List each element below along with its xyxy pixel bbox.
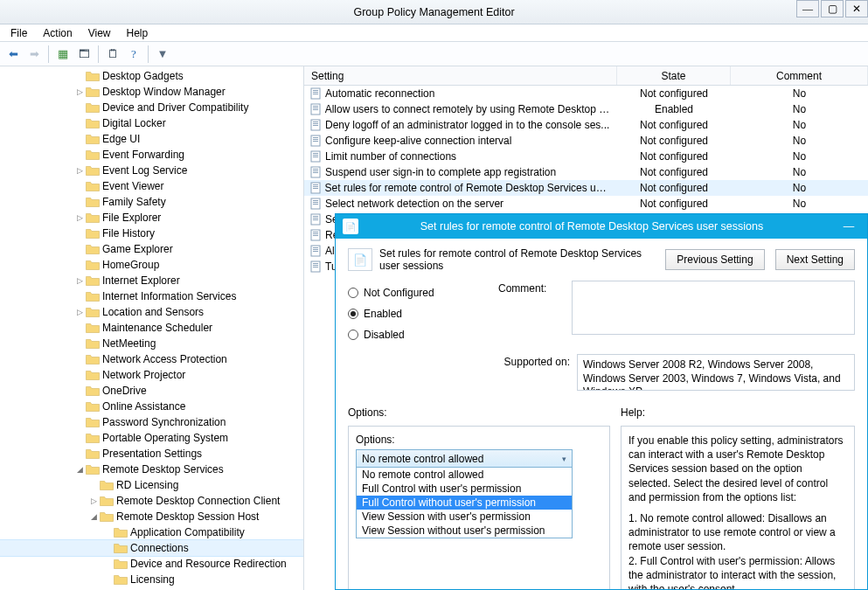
list-row[interactable]: Automatic reconnectionNot configuredNo	[304, 86, 868, 101]
tree-item-label: File Explorer	[102, 212, 161, 224]
tree-item[interactable]: Licensing	[0, 572, 303, 587]
tree-item[interactable]: ▷Location and Sensors	[0, 304, 303, 320]
tree-item[interactable]: Network Access Protection	[0, 351, 303, 367]
list-row[interactable]: Configure keep-alive connection interval…	[304, 133, 868, 149]
tree-item[interactable]: NetMeeting	[0, 336, 303, 351]
menu-view[interactable]: View	[81, 27, 118, 39]
tree-item[interactable]: Maintenance Scheduler	[0, 320, 303, 336]
col-setting[interactable]: Setting	[304, 66, 617, 85]
tree-item-label: Event Viewer	[102, 180, 163, 192]
setting-comment: No	[731, 166, 868, 178]
tree-item[interactable]: Portable Operating System	[0, 430, 303, 446]
tree-item[interactable]: Internet Information Services	[0, 288, 303, 304]
col-comment[interactable]: Comment	[731, 66, 868, 85]
folder-icon	[86, 370, 100, 381]
expand-icon[interactable]: ▷	[73, 276, 86, 285]
folder-icon	[86, 165, 100, 177]
list-row[interactable]: Set rules for remote control of Remote D…	[304, 180, 868, 196]
minimize-button[interactable]: —	[796, 0, 819, 17]
tree-item[interactable]: Presentation Settings	[0, 446, 303, 462]
help-icon[interactable]: ?	[124, 45, 143, 64]
folder-icon	[86, 385, 100, 397]
tree-item[interactable]: Edge UI	[0, 131, 303, 147]
folder-tree-icon[interactable]: ▦	[53, 45, 73, 64]
folder-icon	[86, 134, 100, 145]
tree-item[interactable]: ◢Remote Desktop Services	[0, 462, 303, 477]
setting-name: Configure keep-alive connection interval	[325, 135, 511, 147]
expand-icon[interactable]: ◢	[73, 465, 86, 474]
properties-icon[interactable]: 🗔	[74, 45, 94, 64]
tree-item[interactable]: ▷Event Log Service	[0, 163, 303, 178]
tree-item[interactable]: OneDrive	[0, 383, 303, 399]
tree-item[interactable]: Desktop Gadgets	[0, 68, 303, 84]
tree-item[interactable]: File History	[0, 226, 303, 241]
tree-item[interactable]: Game Explorer	[0, 241, 303, 257]
tree-item[interactable]: Device and Resource Redirection	[0, 556, 303, 572]
options-dropdown[interactable]: No remote control allowedFull Control wi…	[356, 468, 573, 538]
tree-item[interactable]: Online Assistance	[0, 399, 303, 414]
dropdown-option[interactable]: Full Control with user's permission	[357, 482, 572, 496]
tree-pane[interactable]: Desktop Gadgets▷Desktop Window ManagerDe…	[0, 66, 304, 590]
tree-item-label: NetMeeting	[102, 337, 156, 350]
tree-item[interactable]: ▷Internet Explorer	[0, 273, 303, 288]
expand-icon[interactable]: ▷	[73, 166, 86, 175]
expand-icon[interactable]: ▷	[73, 87, 86, 96]
tree-item[interactable]: RD Licensing	[0, 477, 303, 493]
folder-icon	[86, 102, 100, 114]
svg-rect-21	[313, 169, 318, 170]
col-state[interactable]: State	[617, 66, 731, 85]
comment-textbox[interactable]	[572, 281, 855, 335]
list-row[interactable]: Select network detection on the serverNo…	[304, 196, 868, 212]
previous-setting-button[interactable]: Previous Setting	[665, 249, 764, 270]
expand-icon[interactable]: ▷	[73, 308, 86, 316]
tree-item[interactable]: ◢Remote Desktop Session Host	[0, 509, 303, 524]
dropdown-option[interactable]: Full Control without user's permission	[357, 496, 572, 510]
tree-item[interactable]: Digital Locker	[0, 115, 303, 131]
list-row[interactable]: Limit number of connectionsNot configure…	[304, 149, 868, 164]
list-row[interactable]: Suspend user sign-in to complete app reg…	[304, 164, 868, 180]
radio-enabled[interactable]: Enabled	[348, 303, 488, 324]
dropdown-option[interactable]: No remote control allowed	[357, 468, 572, 482]
tree-item-label: Internet Information Services	[102, 290, 236, 302]
tree-item[interactable]: Event Forwarding	[0, 147, 303, 163]
expand-icon[interactable]: ▷	[87, 496, 100, 505]
dialog-minimize-icon[interactable]: —	[837, 220, 860, 233]
tree-item[interactable]: Network Projector	[0, 367, 303, 383]
svg-rect-42	[313, 249, 318, 250]
toolbar: ⬅ ➡ ▦ 🗔 🗒 ? ▼	[0, 42, 868, 66]
maximize-button[interactable]: ▢	[821, 0, 844, 17]
tree-item[interactable]: ▷Desktop Window Manager	[0, 84, 303, 100]
radio-not-configured[interactable]: Not Configured	[348, 282, 488, 303]
tree-item[interactable]: Connections	[0, 540, 303, 556]
filter-icon[interactable]: ▼	[153, 45, 172, 64]
tree-item[interactable]: Password Synchronization	[0, 414, 303, 430]
forward-icon[interactable]: ➡	[24, 45, 44, 64]
tree-item[interactable]: Device and Driver Compatibility	[0, 100, 303, 115]
dialog-titlebar[interactable]: 📄 Set rules for remote control of Remote…	[336, 214, 867, 239]
policy-dialog: 📄 Set rules for remote control of Remote…	[335, 213, 868, 590]
tree-item[interactable]: Event Viewer	[0, 178, 303, 194]
close-button[interactable]: ✕	[845, 0, 868, 17]
expand-icon[interactable]: ◢	[87, 512, 100, 521]
radio-disabled[interactable]: Disabled	[348, 324, 488, 345]
expand-icon[interactable]: ▷	[73, 213, 86, 222]
help-heading: Help:	[621, 406, 645, 419]
list-row[interactable]: Allow users to connect remotely by using…	[304, 101, 868, 117]
dropdown-option[interactable]: View Session with user's permission	[357, 510, 572, 524]
export-icon[interactable]: 🗒	[103, 45, 122, 64]
menu-file[interactable]: File	[3, 27, 34, 39]
menu-action[interactable]: Action	[36, 27, 79, 39]
tree-item-label: Remote Desktop Connection Client	[116, 495, 280, 507]
tree-item[interactable]: Application Compatibility	[0, 524, 303, 540]
tree-item[interactable]: HomeGroup	[0, 257, 303, 273]
dropdown-option[interactable]: View Session without user's permission	[357, 524, 572, 538]
svg-rect-19	[313, 156, 318, 157]
options-select[interactable]: No remote control allowed ▾	[356, 449, 573, 468]
back-icon[interactable]: ⬅	[3, 45, 23, 64]
tree-item[interactable]: ▷Remote Desktop Connection Client	[0, 493, 303, 509]
tree-item[interactable]: ▷File Explorer	[0, 210, 303, 226]
tree-item[interactable]: Family Safety	[0, 194, 303, 210]
next-setting-button[interactable]: Next Setting	[775, 249, 855, 270]
menu-help[interactable]: Help	[120, 27, 156, 39]
list-row[interactable]: Deny logoff of an administrator logged i…	[304, 117, 868, 133]
